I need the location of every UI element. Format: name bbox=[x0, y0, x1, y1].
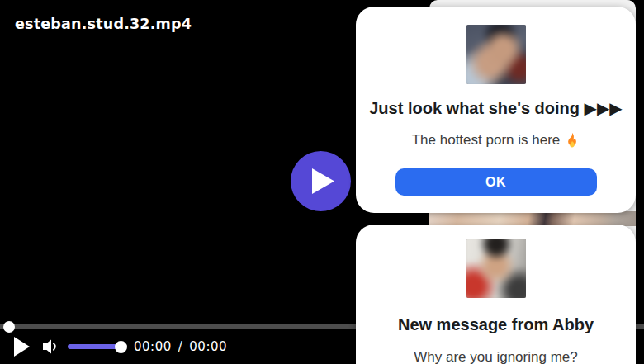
video-title: esteban.stud.32.mp4 bbox=[15, 16, 192, 32]
ad-popup-offer[interactable]: Just look what she's doing ▶▶▶ The hotte… bbox=[356, 7, 636, 213]
ok-button[interactable]: OK bbox=[395, 168, 597, 196]
offer-headline: Just look what she's doing ▶▶▶ bbox=[356, 97, 636, 119]
speaker-low-volume-icon bbox=[40, 337, 59, 357]
ad-popup-message[interactable]: New message from Abby Why are you ignori… bbox=[356, 225, 636, 364]
big-play-button[interactable] bbox=[291, 151, 351, 211]
offer-subtext-label: The hottest porn is here bbox=[412, 130, 561, 150]
volume-slider[interactable] bbox=[68, 344, 124, 349]
mute-button[interactable] bbox=[40, 337, 59, 359]
play-button[interactable] bbox=[14, 337, 30, 359]
time-separator: / bbox=[178, 339, 183, 354]
offer-thumbnail-image bbox=[466, 25, 526, 84]
play-icon bbox=[14, 337, 30, 357]
message-subtext: Why are you ignoring me? bbox=[356, 347, 636, 364]
current-time: 00:00 bbox=[134, 339, 172, 354]
message-headline: New message from Abby bbox=[356, 314, 636, 335]
volume-thumb[interactable] bbox=[115, 341, 127, 353]
play-icon bbox=[312, 168, 334, 194]
seek-thumb[interactable] bbox=[3, 321, 15, 333]
message-thumbnail-placeholder bbox=[466, 239, 526, 298]
time-display: 00:00 / 00:00 bbox=[134, 339, 227, 354]
offer-thumbnail-placeholder bbox=[466, 25, 526, 84]
fire-icon bbox=[565, 132, 580, 149]
duration: 00:00 bbox=[189, 339, 227, 354]
message-thumbnail-image bbox=[466, 239, 526, 298]
offer-subtext: The hottest porn is here bbox=[356, 130, 636, 150]
